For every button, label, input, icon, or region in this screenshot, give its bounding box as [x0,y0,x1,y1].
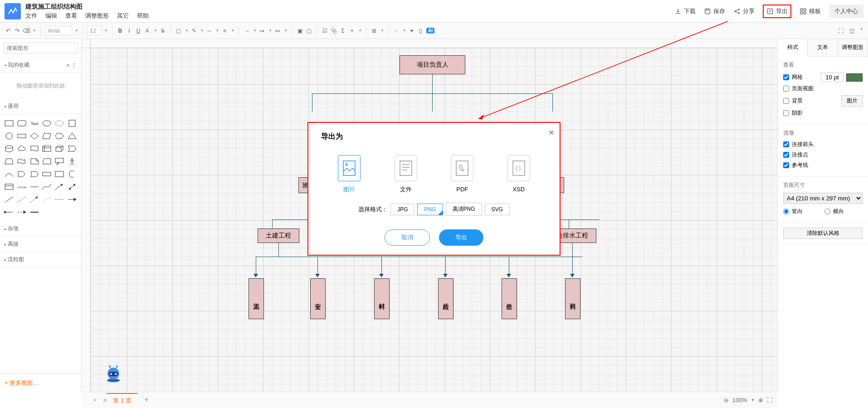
landscape-radio[interactable] [824,209,830,214]
template-button[interactable]: 模板 [800,7,821,15]
shape-tape[interactable] [16,156,27,167]
format-hdpng[interactable]: 高清PNG [446,203,482,216]
shape-diamond[interactable] [29,131,40,141]
flowchart-section[interactable]: ▸ 流程图 [0,252,81,267]
grid-checkbox[interactable] [783,74,789,80]
node-civil[interactable]: 土建工程 [258,228,299,243]
shape-rounded-rect[interactable] [16,118,27,129]
shape-oval[interactable] [54,118,65,129]
general-section[interactable]: ▾ 通用 [0,99,81,114]
shape-dashed-line[interactable] [16,194,27,205]
shape-circle[interactable] [4,131,15,141]
export-type-file[interactable]: 文件 [395,155,417,194]
shape-line-plain[interactable] [4,194,15,205]
shape-cylinder[interactable] [4,143,15,154]
shape-step[interactable] [67,143,78,154]
underline-icon[interactable]: U [135,27,142,34]
shape-data-store[interactable] [42,169,53,180]
font-family-input[interactable] [45,26,72,35]
menu-view[interactable]: 查看 [65,12,77,20]
node-root[interactable]: 项目负责人 [400,55,465,74]
line-style-icon[interactable]: ─ [206,27,213,34]
tab-style[interactable]: 样式 [778,39,808,57]
font-size-input[interactable] [87,26,102,35]
shape-curve2[interactable] [42,181,53,192]
panel-toggle-icon[interactable]: ◫ [848,27,855,34]
shape-cube[interactable] [54,143,65,154]
fit-screen-icon[interactable]: ⛶ [767,397,773,403]
shape-internal-storage[interactable] [42,143,53,154]
line-color-icon[interactable]: ✎ [190,27,198,34]
checkbox-icon[interactable]: ☑ [321,27,328,34]
cancel-button[interactable]: 取消 [385,229,430,246]
to-front-icon[interactable]: ▣ [296,27,303,34]
shape-connector3[interactable] [4,207,15,218]
to-back-icon[interactable]: ▢ [305,27,312,34]
shape-document[interactable] [29,143,40,154]
background-image-button[interactable]: 图片 [842,95,863,107]
menu-file[interactable]: 文件 [25,12,37,20]
advanced-section[interactable]: ▸ 高级 [0,237,81,252]
more-shapes-button[interactable]: + 更多图形... [5,379,38,386]
shape-dashed-arrow[interactable] [29,194,40,205]
format-jpg[interactable]: JPG [390,204,414,215]
export-type-pdf[interactable]: PDF [451,155,473,194]
export-type-image[interactable]: 图片 [338,155,361,194]
reset-style-button[interactable]: 清除默认风格 [783,228,863,239]
menu-edit[interactable]: 编辑 [45,12,57,20]
confirm-export-button[interactable]: 导出 [439,229,483,246]
shape-hexagon[interactable] [54,131,65,141]
node-material[interactable]: 材料 [374,278,390,319]
background-checkbox[interactable] [783,98,789,104]
user-center-button[interactable]: 个人中心 [829,5,863,18]
add-favorite-icon[interactable]: + ⋮ [67,62,77,68]
redo-icon[interactable]: ↷ [14,27,21,34]
shape-container[interactable] [54,169,65,180]
shape-connector2[interactable] [67,194,78,205]
fullscreen-icon[interactable]: ⛶ [837,27,844,34]
fill-color-icon[interactable]: ▢ [175,27,182,34]
page-menu-icon[interactable]: ≡ [103,397,107,403]
grid-color-swatch[interactable] [846,73,863,82]
tab-text[interactable]: 文本 [808,39,838,56]
conn-arrow-checkbox[interactable] [783,141,789,147]
misc-section[interactable]: ▸ 杂项 [0,221,81,237]
bold-icon[interactable]: B [117,27,124,34]
search-shapes-input[interactable] [4,43,78,53]
portrait-radio[interactable] [783,209,789,214]
bookmark-icon[interactable]: ▯ [417,27,424,34]
shape-curve[interactable] [4,169,15,180]
shape-trapezoid[interactable] [4,156,15,167]
node-safety[interactable]: 安全 [310,278,326,319]
menu-help[interactable]: 帮助 [137,12,149,20]
shape-card[interactable] [42,156,53,167]
shape-connector4[interactable] [16,207,27,218]
shape-list-item[interactable]: List Item [16,181,27,192]
share-button[interactable]: 分享 [733,7,755,15]
add-page-button[interactable]: + [138,393,156,408]
effects-icon[interactable]: ✦ [408,27,415,34]
shape-square[interactable] [67,118,78,129]
shape-hline[interactable] [29,181,40,192]
zoom-out-icon[interactable]: ⊖ [724,397,729,403]
shape-callout[interactable] [54,156,65,167]
arrow-start-icon[interactable]: ↦ [258,27,266,34]
node-quality[interactable]: 质检 [438,278,454,319]
document-title[interactable]: 建筑施工组织结构图 [25,3,149,11]
clear-format-icon[interactable]: ⟋ [393,27,400,34]
format-png[interactable]: PNG [417,204,443,215]
shape-or[interactable] [29,169,40,180]
node-construction[interactable]: 施工 [249,278,264,319]
format-svg[interactable]: SVG [485,204,510,215]
shape-note[interactable] [29,156,40,167]
shape-parallelogram[interactable] [42,131,53,141]
conn-point-checkbox[interactable] [783,152,789,158]
app-logo[interactable] [5,3,21,19]
connector-icon[interactable]: → [243,27,250,34]
shape-cloud[interactable] [16,143,27,154]
undo-icon[interactable]: ↶ [5,27,12,34]
insert-icon[interactable]: + [348,27,356,34]
link-icon[interactable]: 📎 [330,27,337,34]
shape-connector1[interactable] [54,194,65,205]
add-page-left[interactable]: + [86,397,103,403]
